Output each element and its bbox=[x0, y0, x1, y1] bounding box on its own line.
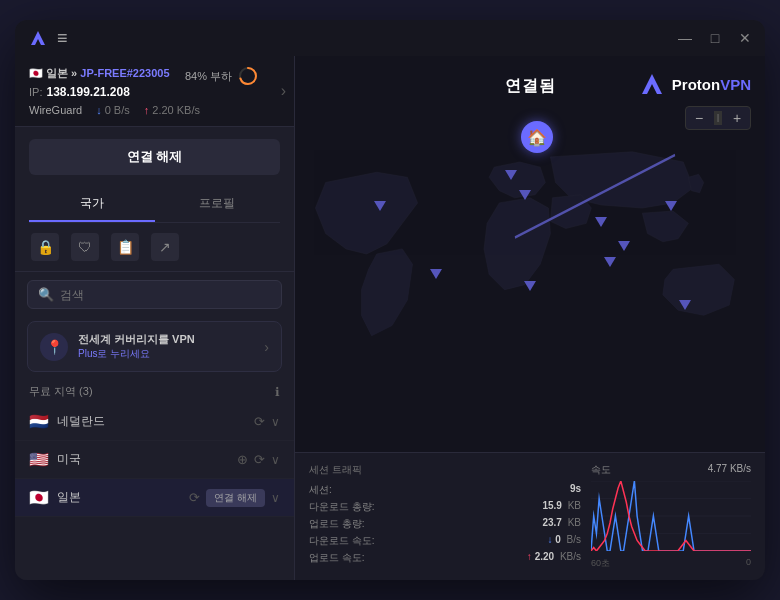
filter-shield-icon[interactable]: 🛡 bbox=[71, 233, 99, 261]
svg-marker-4 bbox=[642, 74, 662, 94]
chart-area bbox=[591, 481, 751, 555]
stat-download-total: 다운로드 총량: 15.9 KB bbox=[309, 500, 581, 514]
japan-actions: ⟳ 연결 해제 ∨ bbox=[189, 489, 280, 507]
promo-banner[interactable]: 📍 전세계 커버리지를 VPN Plus로 누리세요 › bbox=[27, 321, 282, 372]
load-text: 84% 부하 bbox=[185, 69, 232, 84]
netherlands-reconnect-icon[interactable]: ⟳ bbox=[254, 414, 265, 429]
load-circle-icon bbox=[238, 66, 258, 86]
usa-expand-icon[interactable]: ∨ bbox=[271, 453, 280, 467]
filter-all-icon[interactable]: 🔒 bbox=[31, 233, 59, 261]
traffic-title: 세션 트래픽 bbox=[309, 463, 581, 477]
upload-speed: ↑ 2.20 KB/s bbox=[144, 104, 200, 116]
promo-text: 전세계 커버리지를 VPN Plus로 누리세요 bbox=[78, 332, 254, 361]
search-input[interactable] bbox=[60, 288, 271, 302]
country-list: 🇳🇱 네덜란드 ⟳ ∨ 🇺🇸 미국 ⊕ ⟳ ∨ bbox=[15, 403, 294, 580]
stat-session: 세션: 9s bbox=[309, 483, 581, 497]
home-pin: 🏠 bbox=[521, 121, 553, 153]
right-panel: 🏠 연결됨 ProtonVPN − I + bbox=[295, 56, 765, 580]
ip-label: IP: bbox=[29, 86, 42, 98]
disconnect-button[interactable]: 연결 해제 bbox=[29, 139, 280, 175]
stat-upload-total: 업로드 총량: 23.7 KB bbox=[309, 517, 581, 531]
map-area: 🏠 연결됨 ProtonVPN − I + bbox=[295, 56, 765, 452]
window-controls: — □ ✕ bbox=[677, 30, 753, 46]
zoom-controls: − I + bbox=[685, 106, 751, 130]
server-marker-europe bbox=[519, 190, 531, 200]
netherlands-name: 네덜란드 bbox=[57, 413, 246, 430]
country-item-netherlands[interactable]: 🇳🇱 네덜란드 ⟳ ∨ bbox=[15, 403, 294, 441]
japan-disconnect-badge[interactable]: 연결 해제 bbox=[206, 489, 265, 507]
maximize-button[interactable]: □ bbox=[707, 30, 723, 46]
proton-logo-icon bbox=[27, 27, 49, 49]
close-button[interactable]: ✕ bbox=[737, 30, 753, 46]
load-row: 84% 부하 bbox=[185, 66, 258, 86]
japan-expand-icon[interactable]: ∨ bbox=[271, 491, 280, 505]
protocol-row: WireGuard ↓ 0 B/s ↑ 2.20 KB/s bbox=[29, 104, 280, 116]
protocol-name: WireGuard bbox=[29, 104, 82, 116]
collapse-button[interactable]: › bbox=[281, 82, 286, 100]
proton-brand-text: ProtonVPN bbox=[672, 76, 751, 93]
search-box[interactable]: 🔍 bbox=[27, 280, 282, 309]
server-country: 일본 bbox=[46, 67, 68, 79]
server-id: JP-FREE#223005 bbox=[80, 67, 169, 79]
svg-marker-0 bbox=[31, 31, 45, 45]
stat-upload-speed: 업로드 속도: ↑ 2.20 KB/s bbox=[309, 551, 581, 565]
menu-button[interactable]: ≡ bbox=[57, 28, 68, 49]
filter-list-icon[interactable]: 📋 bbox=[111, 233, 139, 261]
titlebar: ≡ — □ ✕ bbox=[15, 20, 765, 56]
server-marker-aus bbox=[679, 300, 691, 310]
connected-label: 연결됨 bbox=[505, 76, 556, 97]
netherlands-expand-icon[interactable]: ∨ bbox=[271, 415, 280, 429]
zoom-minus-button[interactable]: − bbox=[686, 107, 712, 129]
server-marker-africa bbox=[524, 281, 536, 291]
server-flag: 🇯🇵 bbox=[29, 67, 43, 79]
netherlands-actions: ⟳ ∨ bbox=[254, 414, 280, 429]
promo-title: 전세계 커버리지를 VPN bbox=[78, 332, 254, 347]
server-marker-uk bbox=[505, 170, 517, 180]
usa-name: 미국 bbox=[57, 451, 229, 468]
chart-time-start: 60초 bbox=[591, 557, 610, 570]
tab-profile[interactable]: 프로필 bbox=[155, 187, 281, 222]
filter-external-icon[interactable]: ↗ bbox=[151, 233, 179, 261]
filter-icons: 🔒 🛡 📋 ↗ bbox=[15, 223, 294, 272]
country-item-japan[interactable]: 🇯🇵 일본 ⟳ 연결 해제 ∨ bbox=[15, 479, 294, 517]
ip-value: 138.199.21.208 bbox=[46, 85, 129, 99]
japan-flag: 🇯🇵 bbox=[29, 488, 49, 507]
promo-subtitle: Plus로 누리세요 bbox=[78, 347, 254, 361]
info-icon[interactable]: ℹ bbox=[275, 385, 280, 399]
download-speed-arrow: ↓ bbox=[547, 534, 552, 545]
japan-reconnect-icon[interactable]: ⟳ bbox=[189, 490, 200, 505]
chart-max-value: 4.77 KB/s bbox=[708, 463, 751, 477]
zoom-plus-button[interactable]: + bbox=[724, 107, 750, 129]
tabs: 국가 프로필 bbox=[29, 187, 280, 223]
promo-arrow-icon: › bbox=[264, 339, 269, 355]
download-speed: ↓ 0 B/s bbox=[96, 104, 130, 116]
upload-speed-arrow: ↑ bbox=[527, 551, 532, 562]
chart-time-end: 0 bbox=[746, 557, 751, 570]
chart-footer: 60초 0 bbox=[591, 557, 751, 570]
chart-header: 속도 4.77 KB/s bbox=[591, 463, 751, 477]
speed-chart: 속도 4.77 KB/s 60초 0 bbox=[591, 463, 751, 570]
server-marker-asia3 bbox=[604, 257, 616, 267]
server-marker-us bbox=[374, 201, 386, 211]
server-info: 🇯🇵 일본 » JP-FREE#223005 IP: 138.199.21.20… bbox=[15, 56, 294, 127]
proton-brand: ProtonVPN bbox=[638, 70, 751, 98]
minimize-button[interactable]: — bbox=[677, 30, 693, 46]
upload-arrow-icon: ↑ bbox=[144, 104, 150, 116]
download-arrow-icon: ↓ bbox=[96, 104, 102, 116]
free-section-label: 무료 지역 (3) ℹ bbox=[15, 380, 294, 403]
server-marker-japan bbox=[665, 201, 677, 211]
stats-panel: 세션 트래픽 세션: 9s 다운로드 총량: 15.9 KB 업로드 총량: bbox=[295, 452, 765, 580]
server-marker-asia2 bbox=[618, 241, 630, 251]
speed-chart-canvas bbox=[591, 481, 751, 551]
search-icon: 🔍 bbox=[38, 287, 54, 302]
country-item-usa[interactable]: 🇺🇸 미국 ⊕ ⟳ ∨ bbox=[15, 441, 294, 479]
tab-country[interactable]: 국가 bbox=[29, 187, 155, 222]
usa-actions: ⊕ ⟳ ∨ bbox=[237, 452, 280, 467]
server-marker-sa bbox=[430, 269, 442, 279]
netherlands-flag: 🇳🇱 bbox=[29, 412, 49, 431]
proton-logo bbox=[638, 70, 666, 98]
stat-download-speed: 다운로드 속도: ↓ 0 B/s bbox=[309, 534, 581, 548]
usa-add-icon[interactable]: ⊕ bbox=[237, 452, 248, 467]
usa-reconnect-icon[interactable]: ⟳ bbox=[254, 452, 265, 467]
content-area: 🇯🇵 일본 » JP-FREE#223005 IP: 138.199.21.20… bbox=[15, 56, 765, 580]
